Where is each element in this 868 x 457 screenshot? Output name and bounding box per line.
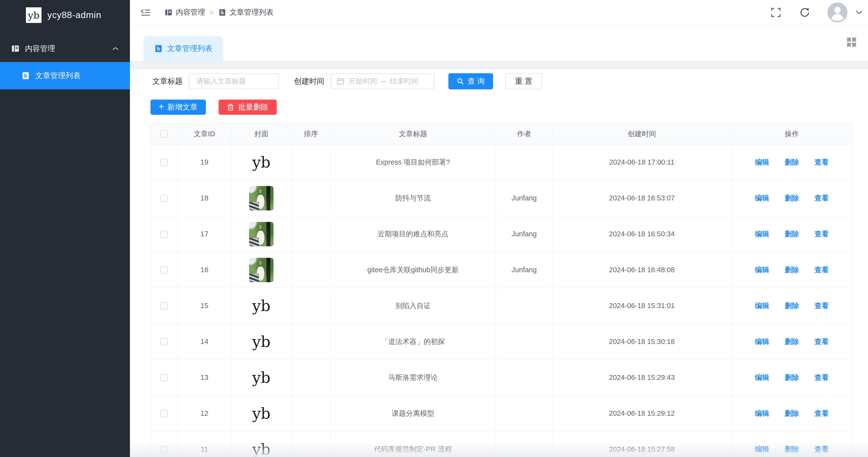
row-checkbox[interactable] — [160, 230, 168, 238]
date-start-placeholder: 开始时间 — [349, 76, 377, 86]
cover-logo: yb — [252, 334, 271, 349]
tab-article-list[interactable]: 文章管理列表 — [144, 36, 223, 61]
row-checkbox[interactable] — [160, 195, 168, 202]
row-checkbox[interactable] — [160, 338, 168, 346]
column-header-actions: 操作 — [731, 124, 852, 144]
app-logo: yb ycy88-admin — [0, 0, 130, 23]
delete-link[interactable]: 删除 — [785, 445, 799, 454]
cover-logo: yb — [252, 298, 271, 314]
view-link[interactable]: 查看 — [814, 409, 829, 418]
delete-link[interactable]: 删除 — [785, 193, 799, 203]
author-cell — [496, 288, 553, 323]
view-link[interactable]: 查看 — [814, 445, 829, 454]
table-row: 16 gitee仓库关联github同步更新 Junfang 2024-06-1… — [151, 252, 852, 288]
delete-link[interactable]: 删除 — [785, 301, 799, 311]
delete-link[interactable]: 删除 — [785, 409, 799, 418]
column-header-cover: 封面 — [231, 124, 291, 144]
plus-icon: + — [159, 102, 164, 111]
toolbar: + 新增文章 批量删除 — [130, 89, 868, 115]
view-link[interactable]: 查看 — [814, 193, 829, 203]
reset-button[interactable]: 重 置 — [505, 73, 542, 89]
breadcrumb-item-content-management[interactable]: 内容管理 — [165, 7, 205, 17]
edit-link[interactable]: 编辑 — [755, 337, 769, 347]
sidebar-item-content-management[interactable]: 内容管理 — [0, 35, 130, 62]
created-time-cell: 2024-06-18 17:00:11 — [553, 144, 731, 180]
cover-cell: yb — [231, 432, 291, 457]
content-management-icon — [165, 8, 173, 17]
row-checkbox[interactable] — [160, 446, 168, 453]
view-link[interactable]: 查看 — [814, 301, 829, 311]
search-button[interactable]: 查 询 — [448, 73, 493, 89]
column-header-article-id: 文章ID — [178, 124, 231, 144]
date-filter-label: 创建时间 — [294, 76, 324, 87]
date-range-input[interactable]: 开始时间 – 结束时间 — [331, 73, 434, 89]
fullscreen-icon[interactable] — [771, 7, 781, 18]
sort-cell — [291, 432, 331, 457]
column-header-sort: 排序 — [291, 124, 331, 144]
sidebar-item-article-list[interactable]: 文章管理列表 — [0, 62, 130, 89]
chevron-down-icon[interactable] — [856, 10, 863, 14]
edit-link[interactable]: 编辑 — [755, 373, 769, 383]
delete-link[interactable]: 删除 — [785, 337, 799, 347]
edit-link[interactable]: 编辑 — [755, 193, 769, 203]
row-checkbox[interactable] — [160, 410, 168, 417]
view-link[interactable]: 查看 — [814, 265, 829, 275]
sort-cell — [291, 144, 331, 180]
sort-cell — [291, 396, 331, 431]
title-filter-placeholder: 请输入文章标题 — [196, 76, 246, 86]
table-row: 12 yb 课题分离模型 2024-06-18 15:29:12 编辑 删除 查… — [151, 396, 852, 432]
edit-link[interactable]: 编辑 — [755, 409, 769, 418]
column-header-title: 文章标题 — [331, 124, 496, 144]
edit-link[interactable]: 编辑 — [755, 445, 769, 454]
title-filter-input[interactable]: 请输入文章标题 — [189, 73, 279, 89]
breadcrumb-item-article-list[interactable]: 文章管理列表 — [218, 7, 274, 17]
article-list-icon — [218, 8, 226, 17]
sidebar-collapse-icon[interactable] — [141, 8, 150, 17]
created-time-cell: 2024-06-18 15:29:12 — [553, 396, 731, 431]
row-checkbox[interactable] — [160, 374, 168, 381]
edit-link[interactable]: 编辑 — [755, 301, 769, 311]
actions-cell: 编辑 删除 查看 — [731, 324, 852, 359]
article-id-cell: 17 — [178, 216, 231, 252]
cover-cell: yb — [231, 324, 291, 359]
row-checkbox[interactable] — [160, 159, 168, 166]
delete-link[interactable]: 删除 — [785, 229, 799, 239]
view-link[interactable]: 查看 — [814, 373, 829, 383]
caret-up-icon — [112, 46, 119, 51]
app-logo-icon: yb — [26, 7, 41, 23]
edit-link[interactable]: 编辑 — [755, 265, 769, 275]
created-time-cell: 2024-06-18 15:27:58 — [553, 432, 731, 457]
row-checkbox[interactable] — [160, 266, 168, 274]
view-link[interactable]: 查看 — [814, 229, 829, 239]
delete-link[interactable]: 删除 — [785, 158, 799, 167]
add-article-button[interactable]: + 新增文章 — [150, 100, 206, 115]
edit-link[interactable]: 编辑 — [755, 158, 769, 167]
cover-cell — [231, 216, 291, 252]
row-checkbox[interactable] — [160, 302, 168, 309]
title-cell: 别陷入自证 — [331, 288, 496, 323]
view-link[interactable]: 查看 — [814, 337, 829, 347]
article-list-icon — [154, 44, 163, 53]
select-all-checkbox[interactable] — [160, 130, 168, 138]
batch-delete-button[interactable]: 批量删除 — [219, 100, 277, 115]
actions-cell: 编辑 删除 查看 — [731, 432, 852, 457]
sidebar: yb ycy88-admin 内容管理 — [0, 0, 130, 457]
avatar[interactable] — [828, 2, 847, 23]
table-row: 18 防抖与节流 Junfang 2024-06-18 16:53:07 编辑 … — [151, 181, 852, 216]
reset-button-label: 重 置 — [515, 76, 532, 87]
author-cell — [496, 432, 553, 457]
view-link[interactable]: 查看 — [814, 158, 829, 167]
content-panel: 文章标题 请输入文章标题 创建时间 开始时间 – — [130, 69, 868, 457]
delete-link[interactable]: 删除 — [785, 373, 799, 383]
article-id-cell: 11 — [178, 432, 231, 457]
title-cell: 近期项目的难点和亮点 — [331, 216, 496, 252]
batch-delete-label: 批量删除 — [238, 102, 269, 112]
cover-cell — [231, 181, 291, 216]
delete-link[interactable]: 删除 — [785, 265, 799, 275]
layout-grid-icon[interactable] — [847, 38, 856, 47]
actions-cell: 编辑 删除 查看 — [731, 181, 852, 216]
refresh-icon[interactable] — [799, 7, 810, 18]
edit-link[interactable]: 编辑 — [755, 229, 769, 239]
tab-label: 文章管理列表 — [167, 43, 213, 54]
page: yb ycy88-admin 内容管理 — [0, 0, 868, 457]
